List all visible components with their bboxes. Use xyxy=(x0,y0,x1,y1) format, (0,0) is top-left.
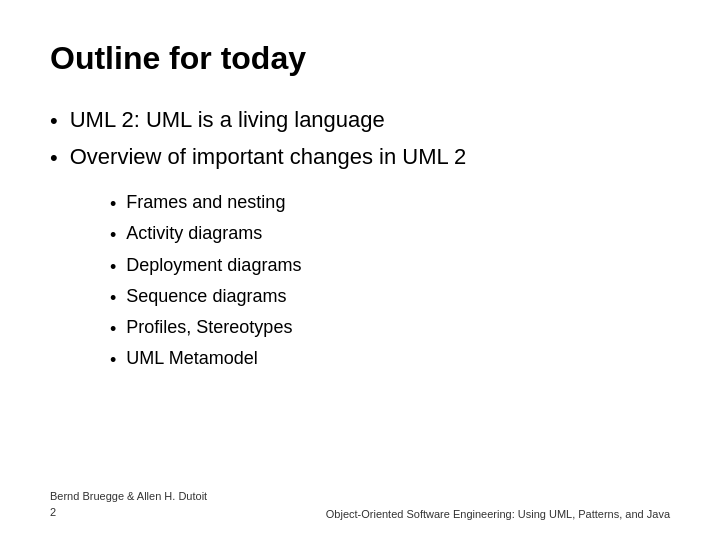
footer-title: Object-Oriented Software Engineering: Us… xyxy=(326,508,670,520)
slide-title: Outline for today xyxy=(50,40,670,77)
sub-bullet-list: Frames and nesting Activity diagrams Dep… xyxy=(110,192,670,373)
main-bullet-2: Overview of important changes in UML 2 xyxy=(50,144,670,173)
sub-bullet-6: UML Metamodel xyxy=(110,348,670,373)
main-bullet-1: UML 2: UML is a living language xyxy=(50,107,670,136)
sub-bullet-2: Activity diagrams xyxy=(110,223,670,248)
sub-bullet-5: Profiles, Stereotypes xyxy=(110,317,670,342)
sub-bullet-4: Sequence diagrams xyxy=(110,286,670,311)
slide: Outline for today UML 2: UML is a living… xyxy=(0,0,720,540)
sub-bullet-3: Deployment diagrams xyxy=(110,255,670,280)
main-bullet-list: UML 2: UML is a living language Overview… xyxy=(50,107,670,172)
sub-bullet-1: Frames and nesting xyxy=(110,192,670,217)
footer-authors: Bernd Bruegge & Allen H. Dutoit 2 xyxy=(50,489,207,520)
slide-footer: Bernd Bruegge & Allen H. Dutoit 2 Object… xyxy=(50,489,670,520)
